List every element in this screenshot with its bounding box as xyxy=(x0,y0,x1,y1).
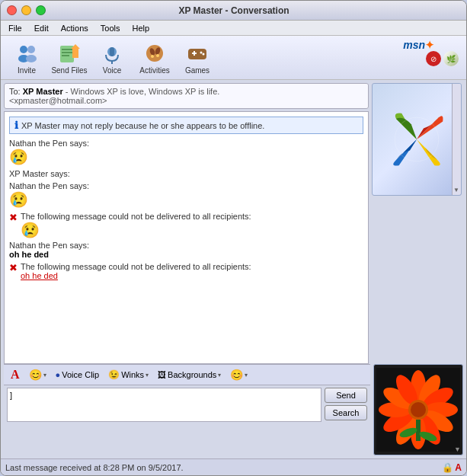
contact-email: <xpmaster@hotmail.com> xyxy=(9,96,107,105)
windows-xp-logo xyxy=(382,105,451,174)
invite-label: Invite xyxy=(18,66,36,75)
mood-button[interactable]: 😊 ▾ xyxy=(228,368,250,382)
svg-rect-5 xyxy=(62,49,72,50)
message-3: Nathan the Pen says: 😢 xyxy=(9,181,363,209)
games-button[interactable]: Games xyxy=(178,39,217,77)
maximize-button[interactable] xyxy=(36,5,46,15)
send-files-icon xyxy=(57,41,82,65)
message-1: Nathan the Pen says: 😢 xyxy=(9,139,363,166)
status-lock-icon[interactable]: 🔒 xyxy=(442,462,453,473)
send-button[interactable]: Send xyxy=(325,388,367,403)
backgrounds-label: Backgrounds xyxy=(168,370,216,379)
activities-button[interactable]: Activities xyxy=(135,39,174,77)
message-input[interactable]: ] xyxy=(7,388,321,422)
voice-clip-button[interactable]: ● Voice Clip xyxy=(53,369,102,380)
font-icon: A xyxy=(11,368,20,382)
svg-rect-6 xyxy=(62,52,72,53)
svg-point-15 xyxy=(151,55,154,58)
invite-button[interactable]: Invite xyxy=(7,39,46,77)
backgrounds-dropdown-arrow: ▾ xyxy=(218,372,221,379)
backgrounds-button[interactable]: 🖼 Backgrounds ▾ xyxy=(155,369,223,380)
games-icon xyxy=(185,41,210,65)
to-label: To: xyxy=(9,87,23,96)
voice-label: Voice xyxy=(103,66,121,75)
error-icon-1: ✖ xyxy=(9,212,18,223)
window-controls xyxy=(7,5,46,15)
voice-clip-dot: ● xyxy=(56,370,61,379)
nudge-icon[interactable]: 🌿 xyxy=(443,51,459,66)
close-button[interactable] xyxy=(7,5,17,15)
chat-log[interactable]: ℹ XP Master may not reply because he or … xyxy=(4,111,369,364)
contact-name: XP Master xyxy=(23,87,63,96)
status-icons: 🔒 A xyxy=(442,462,462,473)
send-files-button[interactable]: Send Files xyxy=(50,39,89,77)
chat-text-4: oh he ded xyxy=(9,250,363,259)
flower-image: ▼ xyxy=(373,364,463,455)
emoji-button[interactable]: 😊 ▾ xyxy=(27,368,49,382)
winks-button[interactable]: 😉 Winks ▾ xyxy=(106,369,151,381)
error-emoji-1: 😢 xyxy=(21,222,40,238)
block-icon[interactable]: ⊘ xyxy=(426,51,441,66)
message-4: Nathan the Pen says: oh he ded xyxy=(9,241,363,259)
send-files-label: Send Files xyxy=(51,66,87,75)
section-bottom: A 😊 ▾ ● Voice Clip 😉 Winks ▾ 🖼 Back xyxy=(1,364,466,458)
status-bar: Last message received at 8:28 PM on 9/5/… xyxy=(1,458,466,475)
svg-point-16 xyxy=(156,54,159,57)
error-text-2: The following message could not be deliv… xyxy=(21,262,251,271)
bottom-left: A 😊 ▾ ● Voice Clip 😉 Winks ▾ 🖼 Back xyxy=(4,364,370,455)
flower-svg xyxy=(376,368,460,452)
svg-rect-19 xyxy=(194,51,195,56)
avatar-box: ▼ xyxy=(372,83,462,196)
status-font-icon[interactable]: A xyxy=(455,462,462,473)
menu-help[interactable]: Help xyxy=(127,23,154,34)
error-text-1: The following message could not be deliv… xyxy=(21,212,251,221)
info-icon: ℹ xyxy=(14,120,18,131)
right-panel: ▼ xyxy=(372,83,463,364)
menu-edit[interactable]: Edit xyxy=(30,23,53,34)
chat-emoji-3: 😢 xyxy=(9,190,363,209)
error-message-2: ✖ The following message could not be del… xyxy=(9,262,363,280)
toolbar-mini-icons: ⊘ 🌿 xyxy=(426,51,459,66)
backgrounds-icon: 🖼 xyxy=(158,370,166,379)
menu-file[interactable]: File xyxy=(4,23,27,34)
games-label: Games xyxy=(185,66,210,75)
mood-dropdown-arrow: ▾ xyxy=(245,372,248,379)
svg-rect-7 xyxy=(62,55,69,56)
font-button[interactable]: A xyxy=(8,367,22,382)
to-field: To: XP Master - Windows XP is love, Wind… xyxy=(4,83,369,109)
svg-rect-10 xyxy=(110,47,114,56)
voice-button[interactable]: Voice xyxy=(92,39,132,77)
avatar-scrollbar[interactable]: ▼ xyxy=(452,84,461,195)
offline-notice-text: XP Master may not reply because he or sh… xyxy=(21,121,264,130)
error-message-1: ✖ The following message could not be del… xyxy=(9,212,363,239)
mood-icon: 😊 xyxy=(230,369,243,381)
svg-point-3 xyxy=(26,55,37,62)
input-area: ] Send Search xyxy=(4,385,370,424)
svg-point-2 xyxy=(27,46,35,53)
menu-bar: File Edit Actions Tools Help xyxy=(1,21,466,36)
msn-logo: msn✦ xyxy=(403,39,434,51)
main-window: XP Master - Conversation File Edit Actio… xyxy=(0,0,467,476)
error-icon-2: ✖ xyxy=(9,262,18,273)
status-text: Last message received at 8:28 PM on 9/5/… xyxy=(5,463,184,472)
emoji-dropdown-arrow: ▾ xyxy=(43,372,46,379)
winks-icon: 😉 xyxy=(108,369,120,380)
activities-label: Activities xyxy=(139,66,169,75)
flower-scroll-arrow[interactable]: ▼ xyxy=(454,446,461,453)
chat-name-1: Nathan the Pen says: xyxy=(9,139,363,148)
menu-tools[interactable]: Tools xyxy=(96,23,125,34)
error-content-2: oh he ded xyxy=(21,271,58,280)
chat-name-4: Nathan the Pen says: xyxy=(9,241,363,250)
chat-emoji-1: 😢 xyxy=(9,148,363,166)
send-search-column: Send Search xyxy=(325,388,367,422)
svg-point-21 xyxy=(203,53,205,55)
menu-actions[interactable]: Actions xyxy=(56,23,93,34)
minimize-button[interactable] xyxy=(21,5,31,15)
svg-point-20 xyxy=(200,51,203,53)
emoji-icon: 😊 xyxy=(29,369,42,381)
search-button[interactable]: Search xyxy=(325,405,367,420)
toolbar-buttons: Invite Send Files xyxy=(7,39,217,77)
scroll-arrow-down[interactable]: ▼ xyxy=(453,187,459,193)
title-bar: XP Master - Conversation xyxy=(1,1,466,21)
contact-status: - Windows XP is love, Windows XP is life… xyxy=(66,87,220,96)
